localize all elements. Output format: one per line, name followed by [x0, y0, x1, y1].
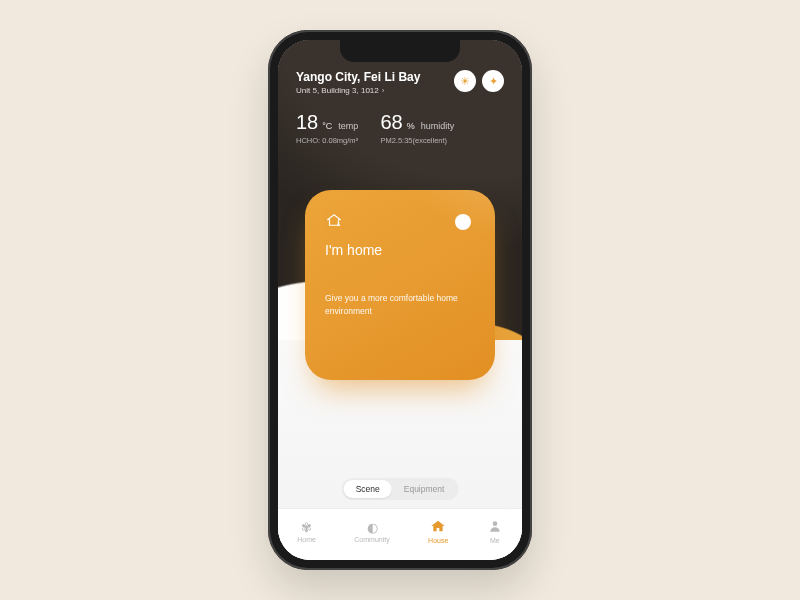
scene-card-desc: Give you a more comfortable home environ… — [325, 292, 475, 318]
temp-sub: HCHO: 0.08mg/m³ — [296, 136, 358, 145]
tab-house[interactable]: House — [428, 519, 448, 544]
scene-card-title: I'm home — [325, 242, 475, 258]
chevron-right-icon: › — [382, 86, 385, 95]
scene-card-toggle[interactable] — [455, 214, 471, 230]
stat-temp: 18 °C temp HCHO: 0.08mg/m³ — [296, 111, 358, 145]
humidity-value: 68 — [380, 111, 402, 134]
lamp-icon: ✦ — [489, 75, 498, 88]
temp-value: 18 — [296, 111, 318, 134]
home-run-icon — [325, 212, 475, 232]
tab-house-label: House — [428, 537, 448, 544]
temp-label: temp — [338, 121, 358, 131]
stats-row: 18 °C temp HCHO: 0.08mg/m³ 68 % humidity… — [296, 111, 504, 145]
stat-humidity: 68 % humidity PM2.5:35(excellent) — [380, 111, 454, 145]
screen: Yango City, Fei Li Bay Unit 5, Building … — [278, 40, 522, 560]
house-icon — [430, 519, 446, 535]
tab-community[interactable]: ◐ Community — [354, 521, 389, 543]
scene-card-im-home[interactable]: I'm home Give you a more comfortable hom… — [305, 190, 495, 380]
header-action-lamp[interactable]: ✦ — [482, 70, 504, 92]
tab-home-label: Home — [297, 536, 316, 543]
medal-icon: ✾ — [301, 521, 312, 534]
globe-icon: ◐ — [367, 521, 378, 534]
svg-point-0 — [492, 521, 497, 526]
segment-control: Scene Equipment — [342, 478, 459, 500]
segment-equipment[interactable]: Equipment — [392, 480, 457, 498]
tab-community-label: Community — [354, 536, 389, 543]
header-action-sun[interactable]: ☀ — [454, 70, 476, 92]
tab-bar: ✾ Home ◐ Community House M — [278, 508, 522, 560]
tab-me-label: Me — [490, 537, 500, 544]
tab-me[interactable]: Me — [487, 519, 503, 544]
humidity-label: humidity — [421, 121, 455, 131]
humidity-unit: % — [407, 121, 415, 131]
location-title: Yango City, Fei Li Bay — [296, 70, 420, 84]
notch — [340, 40, 460, 62]
tab-home[interactable]: ✾ Home — [297, 521, 316, 543]
temp-unit: °C — [322, 121, 332, 131]
person-icon — [487, 519, 503, 535]
segment-scene[interactable]: Scene — [344, 480, 392, 498]
phone-frame: Yango City, Fei Li Bay Unit 5, Building … — [268, 30, 532, 570]
location-subtitle: Unit 5, Building 3, 1012 — [296, 86, 379, 95]
humidity-sub: PM2.5:35(excellent) — [380, 136, 454, 145]
location-block[interactable]: Yango City, Fei Li Bay Unit 5, Building … — [296, 70, 420, 95]
sun-icon: ☀ — [460, 75, 470, 88]
